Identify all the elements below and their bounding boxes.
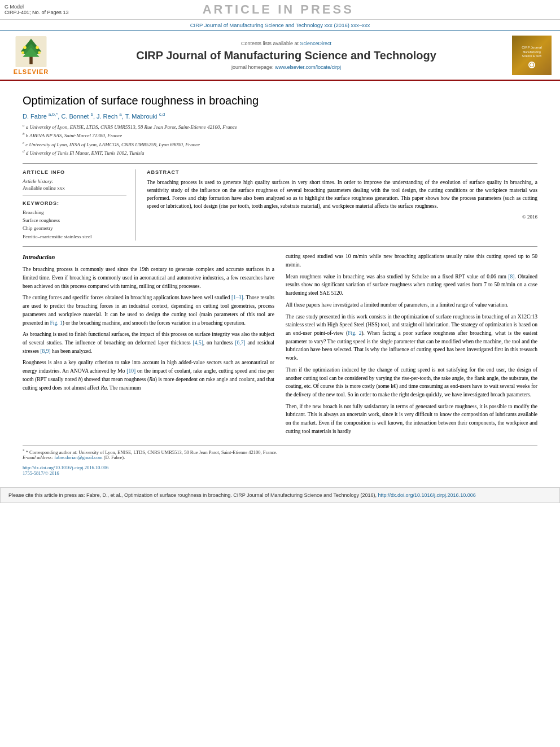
fig2-link[interactable]: Fig. 2 — [348, 330, 361, 336]
right-para-1: cutting speed studied was 10 m/min while… — [286, 252, 537, 269]
divider-1 — [23, 195, 126, 196]
intro-para-3: As broaching is used to finish functiona… — [23, 330, 274, 355]
main-divider — [23, 246, 537, 247]
article-info-abstract: ARTICLE INFO Article history: Available … — [23, 163, 537, 241]
doi-link[interactable]: http://dx.doi.org/10.1016/j.cirpj.2016.1… — [23, 465, 108, 470]
g-model-text: G Model CIRPJ-401; No. of Pages 13 — [5, 4, 69, 15]
footnote-text: * * Corresponding author at: University … — [23, 448, 537, 455]
elsevier-tree-icon — [14, 36, 48, 67]
elsevier-brand-text: ELSEVIER — [14, 68, 49, 75]
keyword-1: Broaching — [23, 208, 126, 216]
footnote-area: * * Corresponding author at: University … — [23, 445, 537, 461]
journal-name: CIRP Journal of Manufacturing Science an… — [136, 49, 436, 62]
ref-8-9[interactable]: [8,9] — [40, 348, 50, 354]
affil-4: d d University of Tunis El Manar, ENIT, … — [23, 148, 537, 158]
right-para-2: Mean roughness value in broaching was al… — [286, 273, 537, 298]
citation-box: Please cite this article in press as: Fa… — [0, 487, 560, 503]
journal-logo-box: CIRP Journal Manufacturing Science & Tec… — [512, 36, 552, 75]
ref-6-7[interactable]: [6,7] — [235, 340, 245, 346]
svg-text:Manufacturing: Manufacturing — [523, 50, 541, 54]
keyword-4: Ferritic–martensitic stainless steel — [23, 233, 126, 241]
intro-para-4: Roughness is also a key quality criterio… — [23, 359, 274, 392]
affiliations: a a University of Lyon, ENISE, LTDS, CNR… — [23, 123, 537, 158]
intro-para-2: The cutting forces and specific forces o… — [23, 294, 274, 327]
left-col-info: ARTICLE INFO Article history: Available … — [23, 169, 135, 241]
affil-2: b b AREVA NP SAS, Saint-Marcel 71380, Fr… — [23, 131, 537, 140]
abstract-heading: ABSTRACT — [147, 169, 537, 175]
abstract-text: The broaching process is used to generat… — [147, 178, 537, 211]
svg-rect-1 — [29, 55, 33, 64]
ref-10[interactable]: [10] — [126, 368, 135, 374]
keyword-3: Chip geometry — [23, 224, 126, 232]
keywords-section: Keywords: Broaching Surface roughness Ch… — [23, 200, 126, 241]
affil-1: a a University of Lyon, ENISE, LTDS, CNR… — [23, 123, 537, 132]
science-direct-link[interactable]: ScienceDirect — [300, 41, 332, 46]
copyright: © 2016 — [147, 214, 537, 220]
svg-point-5 — [23, 46, 27, 49]
svg-text:CIRP Journal: CIRP Journal — [522, 46, 542, 49]
journal-logo-right: CIRP Journal Manufacturing Science & Tec… — [509, 36, 554, 75]
ref-8[interactable]: [8] — [508, 274, 514, 279]
keyword-2: Surface roughness — [23, 216, 126, 224]
ref-4-5[interactable]: [4,5] — [193, 340, 203, 346]
homepage-url[interactable]: www.elsevier.com/locate/cirpj — [275, 64, 341, 70]
body-right-col: cutting speed studied was 10 m/min while… — [286, 252, 537, 439]
issn: 1755-5817/© 2016 — [23, 470, 59, 476]
right-para-5: Then if the optimization induced by the … — [286, 366, 537, 399]
header-banner: G Model CIRPJ-401; No. of Pages 13 ARTIC… — [0, 0, 560, 20]
contents-line: Contents lists available at ScienceDirec… — [241, 41, 331, 46]
svg-point-8 — [38, 51, 41, 54]
available-online: Available online xxx — [23, 185, 65, 191]
article-in-press-title: ARTICLE IN PRESS — [69, 2, 488, 17]
journal-title-bar: CIRP Journal of Manufacturing Science an… — [0, 20, 560, 31]
doi-area: http://dx.doi.org/10.1016/j.cirpj.2016.1… — [23, 465, 537, 476]
journal-logo-icon: CIRP Journal Manufacturing Science & Tec… — [520, 43, 543, 60]
page: G Model CIRPJ-401; No. of Pages 13 ARTIC… — [0, 0, 560, 747]
svg-text:Science & Tech: Science & Tech — [522, 54, 542, 58]
email-link[interactable]: fabre.dorian@gmail.com — [54, 455, 102, 460]
fig1-link[interactable]: Fig. 1 — [50, 320, 63, 326]
article-info-heading: ARTICLE INFO — [23, 169, 126, 175]
intro-para-1: The broaching process is commonly used s… — [23, 265, 274, 290]
journal-homepage: journal homepage: www.elsevier.com/locat… — [231, 64, 341, 70]
right-para-3: All these papers have investigated a lim… — [286, 301, 537, 309]
svg-point-6 — [36, 46, 39, 49]
history-label: Article history: — [23, 178, 126, 184]
top-section: ELSEVIER Contents lists available at Sci… — [0, 31, 560, 81]
right-para-4: The case study presented in this work co… — [286, 313, 537, 362]
affil-3: c c University of Lyon, INSA of Lyon, LA… — [23, 140, 537, 149]
keywords-heading: Keywords: — [23, 200, 126, 206]
body-left-col: Introduction The broaching process is co… — [23, 252, 274, 439]
right-col-abstract: ABSTRACT The broaching process is used t… — [147, 169, 537, 241]
right-para-6: Then, if the new broach is not fully sat… — [286, 403, 537, 436]
body-two-col: Introduction The broaching process is co… — [23, 252, 537, 439]
journal-center: Contents lists available at ScienceDirec… — [63, 36, 509, 75]
intro-heading: Introduction — [23, 252, 274, 262]
main-content: Optimization of surface roughness in bro… — [0, 81, 560, 482]
article-history: Article history: Available online xxx — [23, 178, 126, 191]
citation-link[interactable]: http://dx.doi.org/10.1016/j.cirpj.2016.1… — [378, 492, 476, 498]
elsevier-logo: ELSEVIER — [6, 36, 56, 75]
article-title: Optimization of surface roughness in bro… — [23, 94, 537, 107]
authors-line: D. Fabre a,b,*, C. Bonnet b, J. Rech a, … — [23, 112, 537, 120]
ref-1-3[interactable]: [1–3] — [231, 295, 243, 300]
email-line: E-mail address: fabre.dorian@gmail.com (… — [23, 455, 537, 460]
svg-point-7 — [21, 51, 24, 54]
